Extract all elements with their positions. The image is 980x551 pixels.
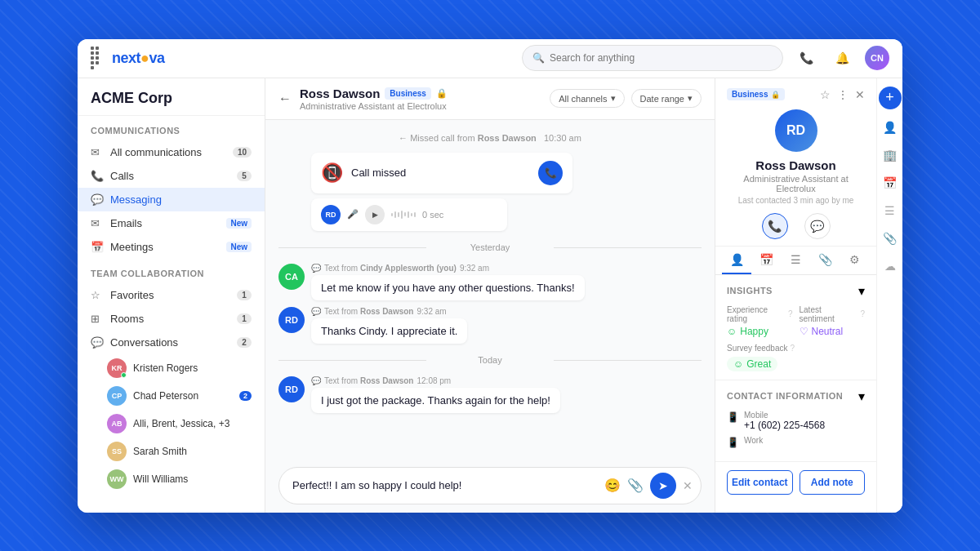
voicemail-play-button[interactable]: ▶ bbox=[365, 205, 385, 224]
close-panel-button[interactable]: ✕ bbox=[855, 88, 865, 101]
contact-info-header[interactable]: CONTACT INFORMATION ▾ bbox=[727, 389, 865, 404]
chevron-up-icon-2: ▾ bbox=[858, 389, 865, 404]
message-bubble: Let me know if you have any other questi… bbox=[311, 275, 585, 300]
contact-business-badge: Business 🔒 bbox=[727, 88, 785, 100]
sidebar-sub-sarah-smith[interactable]: SS Sarah Smith bbox=[78, 438, 265, 465]
chad-badge: 2 bbox=[239, 391, 252, 401]
message-meta: 💬 Text from Cindy Applesworth (you) 9:32… bbox=[311, 264, 702, 273]
rp-action-icons-top: ☆ ⋮ ✕ bbox=[820, 88, 865, 101]
right-toolbar: + 👤 🏢 📅 ☰ 📎 ☁ bbox=[876, 78, 902, 513]
sidebar-item-rooms[interactable]: ⊞ Rooms 1 bbox=[78, 307, 265, 331]
work-icon: 📱 bbox=[727, 437, 739, 448]
emails-new-badge: New bbox=[226, 218, 252, 229]
calendar-toolbar-btn[interactable]: 📅 bbox=[880, 173, 900, 193]
message-cindy: CA 💬 Text from Cindy Applesworth (you) 9… bbox=[278, 264, 702, 300]
date-separator-today: Today bbox=[278, 355, 702, 365]
calls-icon: 📞 bbox=[91, 170, 104, 182]
tab-attachment[interactable]: 📎 bbox=[811, 247, 840, 274]
back-button[interactable]: ← bbox=[278, 91, 292, 106]
mobile-icon: 📱 bbox=[727, 411, 739, 423]
emoji-button[interactable]: 😊 bbox=[604, 478, 621, 493]
add-button[interactable]: + bbox=[879, 87, 902, 109]
call-contact-button[interactable]: 📞 bbox=[762, 213, 788, 239]
business-badge: Business bbox=[385, 87, 430, 100]
sidebar-item-messaging[interactable]: 💬 Messaging bbox=[78, 188, 265, 211]
experience-label: Experience rating ? bbox=[727, 305, 793, 323]
all-channels-filter[interactable]: All channels ▾ bbox=[550, 89, 624, 108]
tab-profile[interactable]: 👤 bbox=[722, 247, 751, 274]
messages-area: ← Missed call from Ross Dawson 10:30 am … bbox=[265, 120, 715, 459]
tab-calendar[interactable]: 📅 bbox=[751, 247, 781, 274]
sidebar-header: ACME Corp bbox=[78, 78, 265, 116]
chevron-down-icon: ▾ bbox=[688, 93, 693, 104]
sidebar-item-calls[interactable]: 📞 Calls 5 bbox=[78, 164, 265, 188]
sidebar-item-favorites[interactable]: ☆ Favorites 1 bbox=[78, 283, 265, 307]
filter-label: All channels bbox=[559, 94, 607, 104]
notifications-button[interactable]: 🔔 bbox=[829, 45, 855, 71]
sidebar-item-all-communications[interactable]: ✉ All communications 10 bbox=[78, 140, 265, 164]
tab-list[interactable]: ☰ bbox=[781, 247, 810, 274]
tab-settings[interactable]: ⚙ bbox=[840, 247, 870, 274]
date-range-filter[interactable]: Date range ▾ bbox=[631, 89, 702, 108]
insights-section-header[interactable]: INSIGHTS ▾ bbox=[727, 283, 865, 299]
insight-grid: Experience rating ? ☺ Happy Latest senti… bbox=[727, 305, 865, 337]
chat-icon: 💬 bbox=[311, 264, 321, 273]
team-collaboration-section-title: Team collaboration bbox=[78, 259, 265, 283]
sidebar-sub-chad-peterson[interactable]: CP Chad Peterson 2 bbox=[78, 382, 265, 410]
chevron-up-icon: ▾ bbox=[858, 283, 865, 299]
sidebar-item-conversations[interactable]: 💬 Conversations 2 bbox=[78, 331, 265, 354]
attachment-toolbar-btn[interactable]: 📎 bbox=[880, 229, 900, 248]
message-time: 12:08 pm bbox=[416, 376, 451, 385]
favorites-badge: 1 bbox=[237, 290, 252, 300]
contact-info-title: CONTACT INFORMATION bbox=[727, 391, 843, 401]
voicemail-avatar: RD bbox=[321, 205, 341, 224]
contact-action-buttons: 📞 💬 bbox=[727, 213, 865, 239]
communications-section-title: Communications bbox=[78, 116, 265, 140]
clear-input-button[interactable]: ✕ bbox=[683, 479, 693, 492]
star-button[interactable]: ☆ bbox=[820, 88, 831, 101]
sidebar-item-meetings[interactable]: 📅 Meetings New bbox=[78, 235, 265, 259]
kristen-rogers-name: Kristen Rogers bbox=[133, 362, 252, 374]
sidebar-item-emails[interactable]: ✉ Emails New bbox=[78, 211, 265, 235]
attachment-button[interactable]: 📎 bbox=[627, 478, 644, 493]
lock-icon: 🔒 bbox=[436, 88, 448, 99]
filter-label: Date range bbox=[640, 94, 684, 104]
latest-sentiment: Latest sentiment ? ♡ Neutral bbox=[800, 305, 866, 337]
list-toolbar-btn[interactable]: ☰ bbox=[880, 201, 900, 220]
building-toolbar-btn[interactable]: 🏢 bbox=[880, 145, 900, 165]
calls-badge: 5 bbox=[237, 171, 252, 181]
sidebar-sub-alli-group[interactable]: AB Alli, Brent, Jessica, +3 bbox=[78, 410, 265, 438]
contact-info-section: CONTACT INFORMATION ▾ 📱 Mobile +1 (602) … bbox=[715, 380, 876, 462]
user-avatar[interactable]: CN bbox=[865, 46, 889, 70]
grid-icon[interactable] bbox=[91, 47, 102, 69]
message-sender: Text from Ross Dawson bbox=[324, 307, 413, 316]
message-input[interactable] bbox=[292, 479, 598, 491]
waveform bbox=[391, 208, 416, 221]
send-button[interactable]: ➤ bbox=[650, 473, 676, 499]
sidebar-sub-will-williams[interactable]: WW Will Williams bbox=[78, 465, 265, 493]
sidebar-item-label: Conversations bbox=[110, 336, 230, 349]
message-contact-button[interactable]: 💬 bbox=[804, 213, 831, 239]
sarah-smith-avatar: SS bbox=[107, 442, 127, 461]
search-input[interactable] bbox=[550, 52, 773, 64]
edit-contact-button[interactable]: Edit contact bbox=[727, 470, 793, 495]
cloud-toolbar-btn[interactable]: ☁ bbox=[880, 256, 900, 276]
help-icon-2: ? bbox=[860, 309, 865, 318]
rp-header-actions: Business 🔒 ☆ ⋮ ✕ bbox=[727, 88, 865, 101]
mobile-content: Mobile +1 (602) 225-4568 bbox=[744, 411, 865, 431]
message-content: 💬 Text from Ross Dawson 9:32 am Thanks C… bbox=[311, 307, 702, 344]
call-back-button[interactable]: 📞 bbox=[538, 161, 563, 185]
phone-button[interactable]: 📞 bbox=[793, 45, 819, 71]
chat-icon: 💬 bbox=[311, 376, 321, 385]
profile-toolbar-btn[interactable]: 👤 bbox=[880, 118, 900, 137]
help-icon-3: ? bbox=[791, 344, 795, 353]
sidebar-item-label: Rooms bbox=[110, 313, 230, 325]
date-separator-yesterday: Yesterday bbox=[278, 242, 702, 252]
right-panel-top: Business 🔒 ☆ ⋮ ✕ RD Ross Dawson Administ… bbox=[715, 78, 876, 247]
missed-call-block: 📵 Call missed 📞 bbox=[311, 153, 572, 193]
more-button[interactable]: ⋮ bbox=[837, 88, 849, 101]
conversations-badge: 2 bbox=[237, 337, 252, 348]
sidebar-sub-kristen-rogers[interactable]: KR Kristen Rogers bbox=[78, 354, 265, 382]
add-note-button[interactable]: Add note bbox=[800, 470, 866, 495]
search-bar[interactable]: 🔍 bbox=[522, 45, 783, 71]
